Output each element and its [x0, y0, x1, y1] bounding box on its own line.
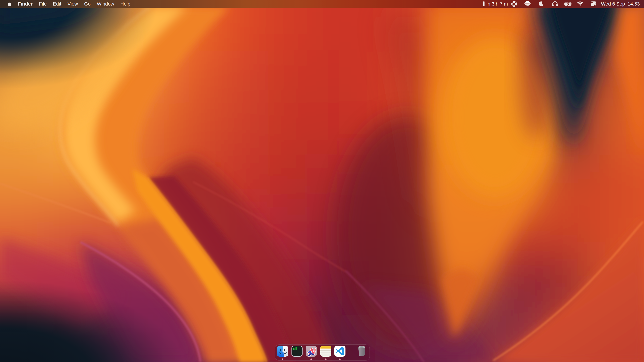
svg-text:$: $	[293, 347, 295, 351]
